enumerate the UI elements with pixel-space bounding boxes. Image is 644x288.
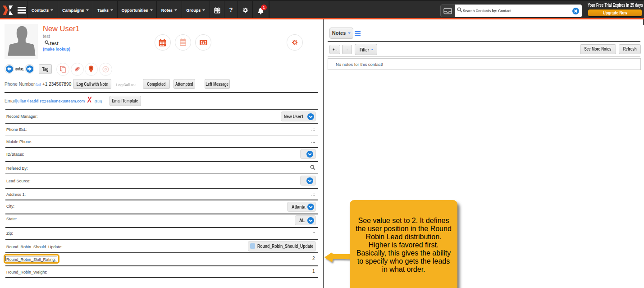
svg-text:1: 1 [202, 41, 204, 44]
